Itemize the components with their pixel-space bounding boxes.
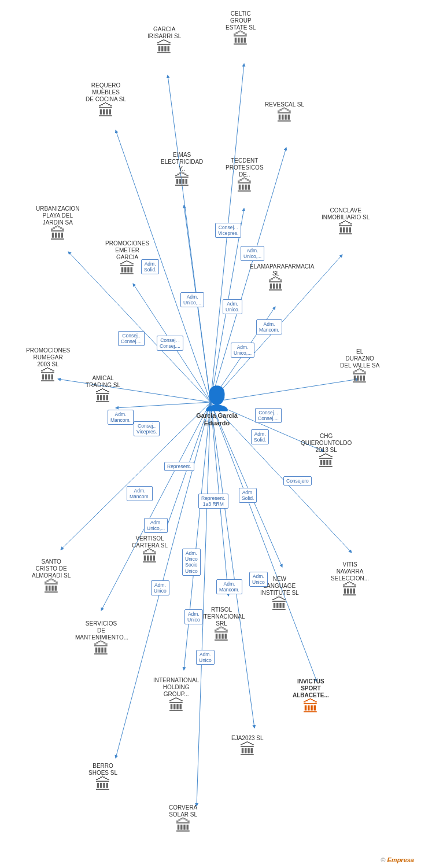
- building-icon: 🏛: [271, 597, 287, 613]
- node-el-durazno[interactable]: ELDURAZNODEL VALLE SA 🏛: [340, 348, 379, 385]
- node-corvera-solar[interactable]: CORVERASOLAR SL 🏛: [169, 804, 197, 834]
- node-invictus-sport[interactable]: INVICTUSSPORTALBACETE... 🏛: [293, 678, 329, 715]
- label-servicios-mantenimiento: SERVICIOSDEMANTENIMIENTO...: [75, 620, 127, 641]
- building-icon: 🏛: [95, 389, 111, 405]
- node-servicios-mantenimiento[interactable]: SERVICIOSDEMANTENIMIENTO... 🏛: [75, 620, 127, 657]
- role-badge-adm-unico-7[interactable]: Adm.Unico: [184, 609, 203, 624]
- node-berro-shoes[interactable]: BERROSHOES SL 🏛: [88, 763, 117, 793]
- network-graph: 👤 Garcia Garcia Eduardo GARCIAIRISARRI S…: [0, 0, 421, 868]
- label-garcia-irisarri: GARCIAIRISARRI SL: [147, 26, 181, 40]
- role-badge-adm-unico-4[interactable]: Adm.Unico,...: [231, 343, 254, 358]
- node-revescal[interactable]: REVESCAL SL 🏛: [265, 101, 304, 124]
- node-vertisol-cartera[interactable]: VERTISOLCARTERA SL 🏛: [132, 535, 168, 565]
- node-rtisol-internacional[interactable]: RTISOLINTERNACIONAL SRL 🏛: [195, 606, 248, 643]
- label-conclave: CONCLAVEINMOBILIARIO SL: [322, 207, 370, 221]
- node-santo-cristo[interactable]: SANTOCRISTO DEALMORADI SL 🏛: [32, 558, 71, 595]
- svg-line-10: [58, 379, 211, 402]
- building-icon: 🏛: [43, 579, 60, 595]
- role-badge-adm-unico-1[interactable]: Adm.Unico,...: [241, 246, 264, 261]
- building-icon: 🏛: [40, 368, 56, 384]
- label-tecdent: TECDENTPROTESICOSDE..: [226, 157, 264, 178]
- copyright-text: © Empresa: [381, 856, 414, 863]
- building-icon: 🏛: [342, 582, 358, 598]
- role-badge-consej-vicepres-2[interactable]: Consej..Vicepres.: [134, 421, 160, 436]
- label-vitis-navarra: VITISNAVARRASELECCION...: [331, 561, 369, 582]
- role-badge-adm-unico-6[interactable]: Adm.Unico: [151, 580, 169, 595]
- role-badge-adm-unico-2[interactable]: Adm.Unico,...: [180, 292, 204, 307]
- building-icon: 🏛: [239, 742, 256, 758]
- label-corvera-solar: CORVERASOLAR SL: [169, 804, 197, 818]
- building-icon: 🏛: [98, 103, 114, 119]
- role-badge-consej-2[interactable]: Consej. .Consej....: [157, 336, 183, 351]
- node-promociones-rumegar[interactable]: PROMOCIONESRUMEGAR2003 SL 🏛: [26, 347, 70, 384]
- label-chg-quiero: CHGQUIEROUNTOLDO2013 SL: [301, 433, 352, 454]
- node-celtic-group[interactable]: CELTICGROUPESTATE SL 🏛: [226, 10, 256, 47]
- label-international-holding: INTERNATIONALHOLDINGGROUP...: [153, 677, 199, 698]
- label-vertisol-cartera: VERTISOLCARTERA SL: [132, 535, 168, 549]
- building-icon: 🏛: [338, 221, 354, 237]
- role-badge-adm-mancom-1[interactable]: Adm.Mancom.: [256, 319, 282, 334]
- building-icon: 🏛: [95, 777, 111, 793]
- role-badge-adm-unico-8[interactable]: Adm.Unico: [249, 572, 268, 587]
- node-international-holding[interactable]: INTERNATIONALHOLDINGGROUP... 🏛: [153, 677, 199, 714]
- role-badge-consej-3[interactable]: Consej. .Consej....: [255, 408, 282, 423]
- copyright-brand: Empresa: [387, 856, 414, 863]
- node-chg-quiero[interactable]: CHGQUIEROUNTOLDO2013 SL 🏛: [301, 433, 352, 470]
- node-eimas[interactable]: EIMASELECTRICIDADY.. 🏛: [161, 152, 203, 189]
- role-badge-adm-solid-2[interactable]: Adm.Solid.: [251, 429, 269, 444]
- role-badge-represent-1[interactable]: Represent.: [164, 462, 194, 471]
- node-conclave[interactable]: CONCLAVEINMOBILIARIO SL 🏛: [322, 207, 370, 237]
- building-icon: 🏛: [268, 277, 284, 293]
- node-garcia-irisarri[interactable]: GARCIAIRISARRI SL 🏛: [147, 26, 181, 56]
- role-badge-consej-vicepres-1[interactable]: Consej. .Vicepres.: [215, 223, 241, 238]
- svg-line-20: [211, 402, 254, 728]
- role-badge-adm-mancom-2[interactable]: Adm.Mancom.: [108, 410, 134, 425]
- building-icon: 🏛: [318, 454, 334, 470]
- building-icon: 🏛: [156, 40, 172, 56]
- center-person-name: Garcia Garcia Eduardo: [191, 412, 243, 427]
- building-icon: 🏛: [93, 641, 109, 657]
- label-rtisol-internacional: RTISOLINTERNACIONAL SRL: [195, 606, 248, 627]
- building-icon: 🏛: [119, 261, 135, 277]
- building-icon: 🏛: [168, 698, 184, 714]
- center-person-node: 👤 Garcia Garcia Eduardo: [191, 385, 243, 427]
- role-badge-adm-unico-socio[interactable]: Adm.UnicoSocioUnico: [182, 549, 201, 576]
- building-icon: 🏛: [352, 369, 368, 385]
- building-icon: 🏛: [276, 108, 293, 124]
- role-badge-adm-solid-3[interactable]: Adm.Solid.: [239, 488, 257, 503]
- building-icon: 🏛: [213, 627, 230, 643]
- label-celtic-group: CELTICGROUPESTATE SL: [226, 10, 256, 31]
- building-icon: 🏛: [237, 178, 253, 194]
- node-vitis-navarra[interactable]: VITISNAVARRASELECCION... 🏛: [331, 561, 369, 598]
- label-promociones-emeter: PROMOCIONESEMETERGARCIA: [105, 240, 149, 261]
- label-santo-cristo: SANTOCRISTO DEALMORADI SL: [32, 558, 71, 579]
- building-icon: 🏛: [142, 549, 158, 565]
- role-badge-adm-unico-5[interactable]: Adm.Unico,...: [144, 518, 168, 533]
- label-requero-muebles: REQUEROMUEBLESDE COCINA SL: [86, 82, 126, 103]
- role-badge-adm-solid-1[interactable]: Adm.Solid.: [141, 259, 159, 274]
- role-badge-adm-mancom-4[interactable]: Adm.Mancom.: [216, 579, 242, 594]
- node-eja2023[interactable]: EJA2023 SL 🏛: [231, 735, 264, 758]
- node-requero-muebles[interactable]: REQUEROMUEBLESDE COCINA SL 🏛: [86, 82, 126, 119]
- node-elamaparafarmacia[interactable]: ELAMAPARAFARMACIASL 🏛: [250, 263, 302, 293]
- label-el-durazno: ELDURAZNODEL VALLE SA: [340, 348, 379, 369]
- label-elamaparafarmacia: ELAMAPARAFARMACIASL: [250, 263, 302, 277]
- label-amical-trading: AMICALTRADING SL: [86, 375, 120, 389]
- building-icon: 🏛: [50, 226, 66, 242]
- role-badge-represent-2[interactable]: Represent.1a3 RRM: [198, 494, 228, 509]
- role-badge-consejero[interactable]: Consejero: [283, 476, 312, 486]
- node-amical-trading[interactable]: AMICALTRADING SL 🏛: [86, 375, 120, 405]
- node-tecdent[interactable]: TECDENTPROTESICOSDE.. 🏛: [226, 157, 264, 194]
- building-icon-orange: 🏛: [302, 699, 319, 715]
- role-badge-adm-unico-3[interactable]: Adm.Unico.: [223, 299, 242, 314]
- svg-line-23: [197, 402, 211, 806]
- node-urbanizacion[interactable]: URBANIZACIONPLAYA DELJARDIN SA 🏛: [36, 205, 80, 242]
- role-badge-adm-unico-9[interactable]: Adm.Unico: [196, 650, 215, 665]
- role-badge-consej-1[interactable]: Consej..Consej....: [118, 331, 145, 346]
- building-icon: 🏛: [174, 172, 190, 189]
- building-icon: 🏛: [175, 818, 191, 834]
- label-eimas: EIMASELECTRICIDADY..: [161, 152, 203, 172]
- label-berro-shoes: BERROSHOES SL: [88, 763, 117, 777]
- label-urbanizacion: URBANIZACIONPLAYA DELJARDIN SA: [36, 205, 80, 226]
- role-badge-adm-mancom-3[interactable]: Adm.Mancom.: [127, 486, 153, 501]
